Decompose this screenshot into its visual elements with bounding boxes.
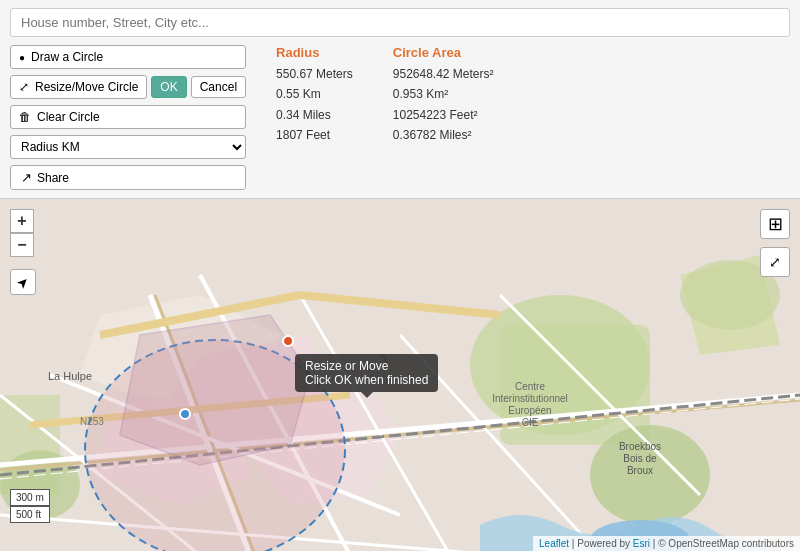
svg-text:Interinstitutionnel: Interinstitutionnel <box>492 393 568 404</box>
resize-move-label: Resize/Move Circle <box>35 80 138 94</box>
leaflet-link[interactable]: Leaflet <box>539 538 569 549</box>
svg-text:La Hulpe: La Hulpe <box>48 370 92 382</box>
clear-circle-label: Clear Circle <box>37 110 100 124</box>
area-sqmeters: 952648.42 Meters² <box>393 64 494 84</box>
area-title: Circle Area <box>393 45 494 60</box>
scale-feet: 500 ft <box>10 506 50 523</box>
radius-miles: 0.34 Miles <box>276 105 353 125</box>
svg-text:Centre: Centre <box>515 381 545 392</box>
attribution-powered: | Powered by <box>572 538 633 549</box>
svg-text:3: 3 <box>380 352 388 368</box>
radius-values: 550.67 Meters 0.55 Km 0.34 Miles 1807 Fe… <box>276 64 353 146</box>
zoom-in-button[interactable]: + <box>10 209 34 233</box>
draw-circle-button[interactable]: Draw a Circle <box>10 45 246 69</box>
area-sqmiles: 0.36782 Miles² <box>393 125 494 145</box>
layers-button[interactable]: ⊞ <box>760 209 790 239</box>
resize-move-row: Resize/Move Circle OK Cancel <box>10 75 246 99</box>
area-sqfeet: 10254223 Feet² <box>393 105 494 125</box>
radius-km: 0.55 Km <box>276 84 353 104</box>
area-sqkm: 0.953 Km² <box>393 84 494 104</box>
map-container[interactable]: La Hulpe N253 Centre Interinstitutionnel… <box>0 199 800 551</box>
map-scale: 300 m 500 ft <box>10 489 50 523</box>
zoom-controls: + − <box>10 209 34 257</box>
zoom-out-button[interactable]: − <box>10 233 34 257</box>
radius-feet: 1807 Feet <box>276 125 353 145</box>
scale-meters: 300 m <box>10 489 50 506</box>
circle-icon <box>19 50 25 64</box>
compass-icon: ➤ <box>13 272 33 292</box>
map-attribution: Leaflet | Powered by Esri | © OpenStreet… <box>533 536 800 551</box>
layers-icon: ⊞ <box>768 213 783 235</box>
circle-center-marker[interactable] <box>282 335 294 347</box>
svg-text:CIE: CIE <box>522 417 539 428</box>
radius-meters: 550.67 Meters <box>276 64 353 84</box>
svg-text:Broux: Broux <box>627 465 653 476</box>
circle-edge-marker[interactable] <box>179 408 191 420</box>
esri-link[interactable]: Esri <box>633 538 650 549</box>
svg-text:Européen: Européen <box>508 405 551 416</box>
radius-unit-select[interactable]: Radius KM Radius Miles Radius Meters <box>10 135 246 159</box>
clear-circle-button[interactable]: Clear Circle <box>10 105 246 129</box>
share-button[interactable]: Share <box>10 165 246 190</box>
compass-button[interactable]: ➤ <box>10 269 36 295</box>
fullscreen-button[interactable]: ⤢ <box>760 247 790 277</box>
area-values: 952648.42 Meters² 0.953 Km² 10254223 Fee… <box>393 64 494 146</box>
svg-text:Broekbos: Broekbos <box>619 441 661 452</box>
trash-icon <box>19 110 31 124</box>
resize-move-button[interactable]: Resize/Move Circle <box>10 75 147 99</box>
fullscreen-icon: ⤢ <box>769 254 781 270</box>
stats-area: Radius 550.67 Meters 0.55 Km 0.34 Miles … <box>276 45 790 146</box>
svg-text:Bois de: Bois de <box>623 453 657 464</box>
svg-marker-15 <box>120 315 310 465</box>
svg-text:N253: N253 <box>80 416 104 427</box>
radius-stats: Radius 550.67 Meters 0.55 Km 0.34 Miles … <box>276 45 353 146</box>
search-input[interactable] <box>10 8 790 37</box>
map-background: La Hulpe N253 Centre Interinstitutionnel… <box>0 199 800 551</box>
area-stats: Circle Area 952648.42 Meters² 0.953 Km² … <box>393 45 494 146</box>
radius-title: Radius <box>276 45 353 60</box>
resize-icon <box>19 80 29 94</box>
ok-button[interactable]: OK <box>151 76 186 98</box>
draw-circle-label: Draw a Circle <box>31 50 103 64</box>
share-label: Share <box>37 171 69 185</box>
attribution-contributors: | © OpenStreetMap contributors <box>653 538 794 549</box>
left-controls: Draw a Circle Resize/Move Circle OK Canc… <box>10 45 246 190</box>
cancel-button[interactable]: Cancel <box>191 76 246 98</box>
share-icon <box>21 170 32 185</box>
top-panel: Draw a Circle Resize/Move Circle OK Canc… <box>0 0 800 199</box>
